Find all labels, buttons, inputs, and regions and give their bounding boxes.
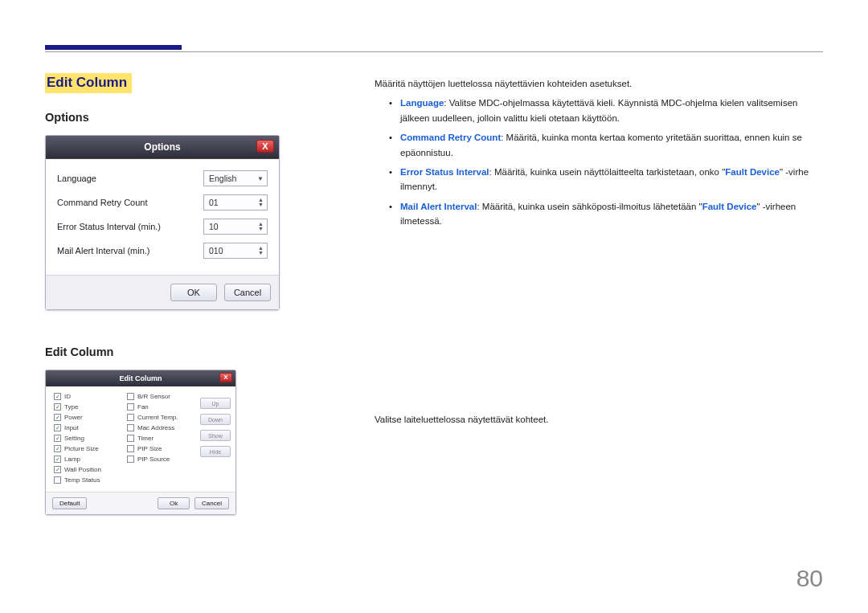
spinner-icon: ▲▼ bbox=[258, 246, 264, 255]
fault-device: Fault Device bbox=[702, 202, 757, 211]
close-icon[interactable]: X bbox=[219, 373, 232, 382]
options-dialog: Options X Language English ▼ Command Ret… bbox=[45, 135, 280, 310]
key-retry: Command Retry Count bbox=[400, 133, 501, 142]
text: : Määritä, kuinka usein sähköposti-ilmoi… bbox=[477, 202, 702, 211]
checkbox-item[interactable]: Mac Address bbox=[127, 424, 195, 431]
checkbox-icon bbox=[127, 393, 134, 400]
checkbox-icon bbox=[127, 435, 134, 442]
options-subtitle: Options bbox=[45, 111, 286, 124]
default-button[interactable]: Default bbox=[52, 497, 87, 509]
mail-interval-stepper[interactable]: 010 ▲▼ bbox=[203, 243, 268, 259]
error-interval-stepper[interactable]: 10 ▲▼ bbox=[203, 219, 268, 235]
checkbox-label: Setting bbox=[64, 435, 84, 442]
mail-value: 010 bbox=[209, 246, 223, 255]
checkbox-item[interactable]: ✓Wall Position bbox=[54, 466, 122, 473]
checkbox-item[interactable]: PIP Source bbox=[127, 456, 195, 463]
checkbox-label: Temp Status bbox=[64, 476, 100, 484]
checkbox-icon bbox=[127, 414, 134, 421]
key-error: Error Status Interval bbox=[400, 167, 489, 177]
checkbox-icon bbox=[127, 456, 134, 463]
options-dialog-title: Options X bbox=[46, 136, 279, 159]
mail-interval-label: Mail Alert Interval (min.) bbox=[57, 246, 150, 255]
checkbox-icon bbox=[54, 476, 61, 484]
ok-button[interactable]: OK bbox=[170, 284, 217, 301]
checkbox-icon: ✓ bbox=[54, 456, 61, 463]
bullet-language: Language: Valitse MDC-ohjelmassa käytett… bbox=[389, 96, 823, 125]
checkbox-label: B/R Sensor bbox=[137, 393, 170, 400]
checkbox-label: Picture Size bbox=[64, 445, 99, 452]
checkbox-label: Type bbox=[64, 403, 78, 411]
section-heading: Edit Column bbox=[45, 73, 132, 93]
checkbox-label: PIP Size bbox=[137, 445, 162, 452]
bullet-error: Error Status Interval: Määritä, kuinka u… bbox=[389, 165, 823, 194]
editcol-description: Valitse laiteluettelossa näytettävät koh… bbox=[375, 412, 823, 427]
checkbox-label: PIP Source bbox=[137, 456, 170, 463]
dialog-title-text: Options bbox=[144, 141, 180, 153]
checkbox-item[interactable]: ✓Picture Size bbox=[54, 445, 122, 452]
page-number: 80 bbox=[796, 565, 823, 592]
chevron-down-icon: ▼ bbox=[257, 175, 264, 182]
checkbox-item[interactable]: Temp Status bbox=[54, 476, 122, 484]
checkbox-icon: ✓ bbox=[54, 393, 61, 400]
checkbox-icon: ✓ bbox=[54, 445, 61, 452]
checkbox-label: Wall Position bbox=[64, 466, 101, 473]
checkbox-label: Current Temp. bbox=[137, 414, 178, 421]
key-language: Language bbox=[400, 98, 444, 108]
checkbox-icon: ✓ bbox=[54, 435, 61, 442]
reorder-buttons: UpDownShowHide bbox=[200, 398, 231, 487]
checkbox-label: Input bbox=[64, 424, 79, 431]
checkbox-item[interactable]: ✓Power bbox=[54, 414, 122, 421]
checkbox-column-1: ✓ID✓Type✓Power✓Input✓Setting✓Picture Siz… bbox=[54, 393, 122, 487]
dialog-title-text: Edit Column bbox=[120, 374, 162, 382]
checkbox-icon bbox=[127, 445, 134, 452]
checkbox-item[interactable]: ✓Type bbox=[54, 403, 122, 411]
checkbox-icon: ✓ bbox=[54, 466, 61, 473]
language-label: Language bbox=[57, 174, 96, 183]
key-mail: Mail Alert Interval bbox=[400, 202, 477, 211]
text: : Valitse MDC-ohjelmassa käytettävä kiel… bbox=[400, 98, 797, 122]
retry-value: 01 bbox=[209, 198, 219, 207]
checkbox-icon bbox=[127, 403, 134, 411]
hide-button[interactable]: Hide bbox=[200, 446, 231, 457]
checkbox-item[interactable]: Fan bbox=[127, 403, 195, 411]
cancel-button[interactable]: Cancel bbox=[194, 497, 229, 509]
editcolumn-dialog-title: Edit Column X bbox=[46, 370, 235, 386]
checkbox-column-2: B/R SensorFanCurrent Temp.Mac AddressTim… bbox=[127, 393, 195, 487]
spinner-icon: ▲▼ bbox=[258, 222, 264, 231]
checkbox-item[interactable]: ✓Input bbox=[54, 424, 122, 431]
spinner-icon: ▲▼ bbox=[258, 198, 264, 207]
checkbox-icon: ✓ bbox=[54, 414, 61, 421]
checkbox-item[interactable]: PIP Size bbox=[127, 445, 195, 452]
checkbox-label: Fan bbox=[137, 403, 149, 411]
down-button[interactable]: Down bbox=[200, 414, 231, 425]
checkbox-label: Timer bbox=[137, 435, 154, 442]
checkbox-label: Lamp bbox=[64, 456, 80, 463]
error-interval-label: Error Status Interval (min.) bbox=[57, 222, 161, 231]
ok-button[interactable]: Ok bbox=[158, 497, 190, 509]
fault-device: Fault Device bbox=[725, 167, 780, 177]
error-value: 10 bbox=[209, 222, 219, 231]
checkbox-icon bbox=[127, 424, 134, 431]
checkbox-label: Power bbox=[64, 414, 83, 421]
close-icon[interactable]: X bbox=[256, 140, 274, 153]
checkbox-icon: ✓ bbox=[54, 403, 61, 411]
language-value: English bbox=[209, 174, 236, 183]
language-select[interactable]: English ▼ bbox=[203, 170, 268, 186]
checkbox-item[interactable]: ✓Lamp bbox=[54, 456, 122, 463]
checkbox-item[interactable]: Current Temp. bbox=[127, 414, 195, 421]
checkbox-item[interactable]: B/R Sensor bbox=[127, 393, 195, 400]
retry-label: Command Retry Count bbox=[57, 198, 148, 207]
checkbox-item[interactable]: Timer bbox=[127, 435, 195, 442]
checkbox-icon: ✓ bbox=[54, 424, 61, 431]
options-description: Määritä näyttöjen luettelossa näytettävi… bbox=[375, 76, 823, 91]
checkbox-label: Mac Address bbox=[137, 424, 174, 431]
text: : Määritä, kuinka usein näyttölaitteelta… bbox=[489, 167, 726, 177]
retry-stepper[interactable]: 01 ▲▼ bbox=[203, 194, 268, 210]
checkbox-item[interactable]: ✓ID bbox=[54, 393, 122, 400]
checkbox-item[interactable]: ✓Setting bbox=[54, 435, 122, 442]
cancel-button[interactable]: Cancel bbox=[224, 284, 271, 301]
show-button[interactable]: Show bbox=[200, 430, 231, 441]
editcolumn-dialog: Edit Column X ✓ID✓Type✓Power✓Input✓Setti… bbox=[45, 370, 236, 515]
checkbox-label: ID bbox=[64, 393, 71, 400]
up-button[interactable]: Up bbox=[200, 398, 231, 409]
